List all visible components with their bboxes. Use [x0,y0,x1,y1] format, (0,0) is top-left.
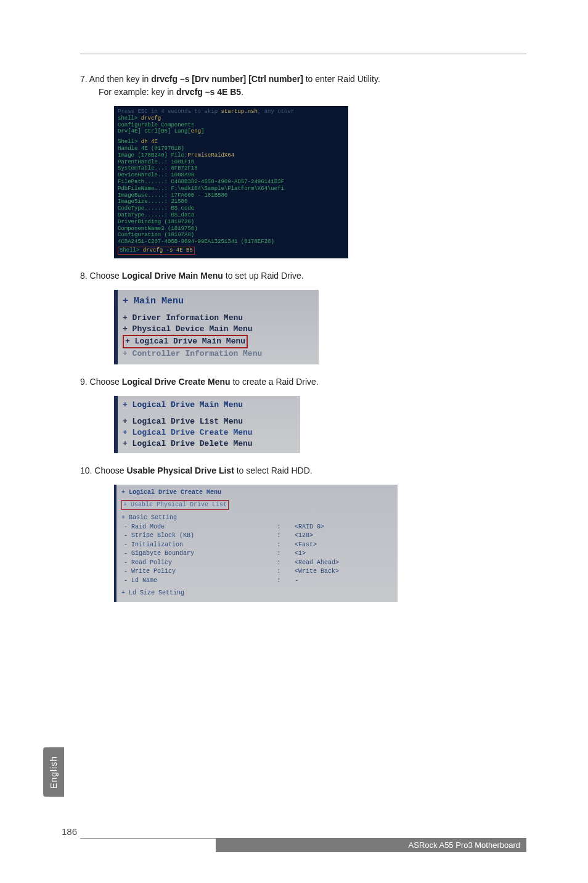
term-l2: Configurable Components [118,122,194,128]
term-l4b: dh 4E [141,139,158,145]
term-l15: DataType......: BS_data [118,212,194,218]
term-l17: ComponentName2 (1819750) [118,226,198,232]
term-highlight-box: Shell> drvcfg -s 4E B5 [118,247,195,255]
step10-text-a: 10. Choose [80,466,127,475]
menu4-basic-setting: + Basic Setting [121,514,393,523]
row-value: <Write Back> [292,567,393,577]
table-row: - Read Policy:<Read Ahead> [121,559,393,568]
table-row: - Raid Mode:<RAID 0> [121,523,393,532]
menu2-title: + Main Menu [123,295,314,308]
step7-text-e: drvcfg –s 4E B5 [176,87,241,97]
row-value: <RAID 0> [292,523,393,532]
row-label: - Gigabyte Boundary [121,549,275,559]
row-label: - Read Policy [121,559,275,568]
step10-text-c: to select Raid HDD. [234,466,312,475]
step-8: 8. Choose Logical Drive Main Menu to set… [80,269,526,282]
side-label: English [49,756,59,789]
step7-text-c: to enter Raid Utility. [303,74,380,84]
term-l8: SystemTable...: 6FB72F18 [118,165,198,171]
step7-text-a: 7. And then key in [80,74,151,84]
term-l19: 4C8A2451-C207-405B-9694-99EA13251341 (01… [118,239,274,245]
menu2-item-driver-info: + Driver Information Menu [123,313,314,324]
page-footer: 186 ASRock A55 Pro3 Motherboard [62,826,526,852]
term-l3b: eng [191,128,201,134]
term-l6a: Image (178B240) File: [118,152,187,158]
screenshot-physical-drive-menu: + Logical Drive Create Menu + Usable Phy… [114,485,398,602]
menu2-item-physical: + Physical Device Main Menu [123,324,314,335]
screenshot-logical-drive-menu: + Logical Drive Main Menu + Logical Driv… [114,396,300,453]
footer-text: ASRock A55 Pro3 Motherboard [216,838,526,852]
row-label: - Write Policy [121,567,275,577]
step9-text-a: 9. Choose [80,377,122,387]
menu2-item-controller: + Controller Information Menu [123,348,314,359]
row-label: - Ld Name [121,577,275,586]
term-l12: ImageBase.....: 17FA000 - 181B580 [118,192,227,199]
row-value: <128> [292,532,393,541]
menu2-item-logical-highlight: + Logical Drive Main Menu [123,335,248,348]
term-l9: DeviceHandle..: 1008A98 [118,172,194,178]
term-l0a: Press ESC in 4 seconds to skip [118,109,221,115]
row-label: - Stripe Block (KB) [121,532,275,541]
step8-text-a: 8. Choose [80,271,122,281]
table-row: - Write Policy:<Write Back> [121,567,393,577]
term-l16: DriverBinding (1819720) [118,219,194,225]
menu3-item-list: + Logical Drive List Menu [123,416,295,427]
table-row: - Gigabyte Boundary:<1> [121,549,393,559]
screenshot-main-menu: + Main Menu + Driver Information Menu + … [114,290,319,365]
term-l10: FilePath......: C468B382-4550-4909-AD57-… [118,179,284,185]
step7-text-b: drvcfg –s [Drv number] [Ctrl number] [151,74,303,84]
row-value: - [292,577,393,586]
menu4-title: + Logical Drive Create Menu [121,488,393,498]
term-l20b: drvcfg -s 4E B5 [143,247,193,253]
step10-text-b: Usable Physical Drive List [127,466,234,475]
step8-text-c: to set up Raid Drive. [223,271,304,281]
top-rule [80,54,526,54]
step8-text-b: Logical Drive Main Menu [122,271,223,281]
menu3-item-create: + Logical Drive Create Menu [123,427,295,438]
term-l0c: , any other [258,109,294,115]
row-label: - Raid Mode [121,523,275,532]
term-l4a: Shell> [118,139,141,145]
row-value: <Fast> [292,541,393,550]
term-l5: Handle 4E (01797018) [118,146,184,152]
term-l7: ParentHandle..: 1001F18 [118,159,194,165]
table-row: - Ld Name:- [121,577,393,586]
step7-text-d: For example: key in [99,87,176,97]
term-l20a: Shell> [120,247,143,253]
table-row: - Initialization:<Fast> [121,541,393,550]
term-l1b: drvcfg [141,115,161,121]
menu3-title: + Logical Drive Main Menu [123,400,295,411]
step-9: 9. Choose Logical Drive Create Menu to c… [80,376,526,388]
step9-text-b: Logical Drive Create Menu [122,377,231,387]
page-number: 186 [62,826,77,837]
term-l11: PdbFileName...: F:\edk104\Sample\Platfor… [118,186,284,192]
side-language-tab: English [43,747,64,797]
step-10: 10. Choose Usable Physical Drive List to… [80,464,526,477]
term-l18: Configuration (18197A8) [118,232,194,238]
term-l1a: shell> [118,115,141,121]
menu4-settings-table: - Raid Mode:<RAID 0> - Stripe Block (KB)… [121,523,393,586]
menu4-selected-highlight: + Usable Physical Drive List [121,500,229,511]
step9-text-c: to create a Raid Drive. [231,377,319,387]
screenshot-terminal: Press ESC in 4 seconds to skip startup.n… [114,106,348,258]
term-l3a: Drv[4E] Ctrl[B5] Lang[ [118,128,191,134]
table-row: - Stripe Block (KB):<128> [121,532,393,541]
row-value: <1> [292,549,393,559]
row-label: - Initialization [121,541,275,550]
term-l13: ImageSize.....: 21580 [118,199,187,205]
row-value: <Read Ahead> [292,559,393,568]
term-l0b: startup.nsh [221,109,257,115]
term-l14: CodeType......: BS_code [118,205,194,212]
menu4-ld-size: + Ld Size Setting [121,589,393,598]
menu3-item-delete: + Logical Drive Delete Menu [123,438,295,450]
step7-text-f: . [241,87,243,97]
term-l6b: PromiseRaidX64 [187,152,234,158]
term-l3c: ] [201,128,204,134]
step-7: 7. And then key in drvcfg –s [Drv number… [80,73,526,99]
